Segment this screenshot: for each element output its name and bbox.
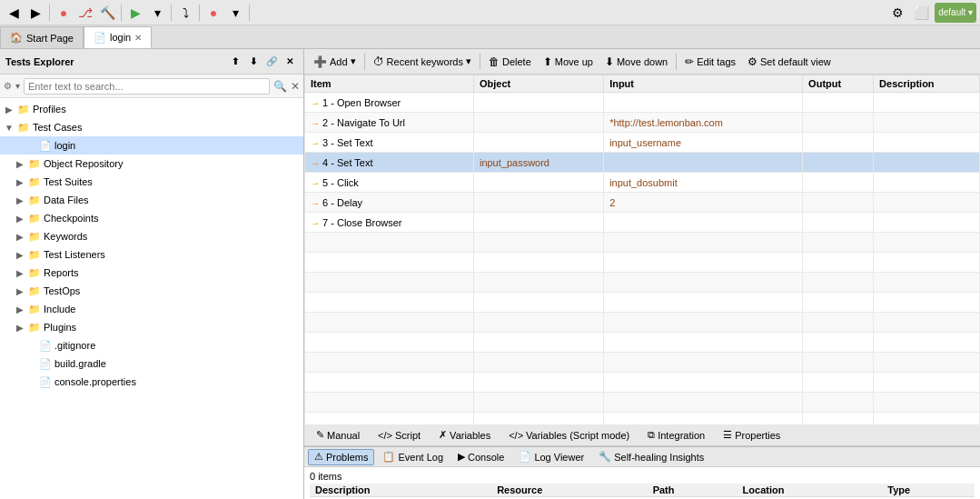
move-up-icon: ⬆ <box>543 55 552 68</box>
delete-label: Delete <box>502 56 531 67</box>
tree-item-data-files[interactable]: ▶ 📁 Data Files <box>0 191 303 209</box>
table-row-empty[interactable] <box>305 353 980 373</box>
toolbar-step[interactable]: ⤵ <box>175 3 195 23</box>
self-healing-tab[interactable]: 🔧 Self-healing Insights <box>592 449 710 465</box>
tab-login[interactable]: 📄 login ✕ <box>84 26 152 48</box>
problems-tab[interactable]: ⚠ Problems <box>308 449 374 465</box>
tree-item-test-listeners[interactable]: ▶ 📁 Test Listeners <box>0 245 303 264</box>
edit-tags-icon: ✏ <box>685 55 694 68</box>
object-repository-label: Object Repository <box>44 158 123 169</box>
toolbar-dropdown-run[interactable]: ▾ <box>147 3 167 23</box>
tree-item-console-properties[interactable]: 📄 console.properties <box>0 373 303 391</box>
tab-login-label: login <box>110 32 131 43</box>
table-row-empty[interactable] <box>305 273 980 293</box>
tree-item-include[interactable]: ▶ 📁 Include <box>0 300 303 318</box>
event-log-tab[interactable]: 📋 Event Log <box>376 449 450 465</box>
collapse-all-btn[interactable]: ⬆ <box>227 54 243 70</box>
toolbar-katalon[interactable]: ● <box>54 3 74 23</box>
edit-tags-button[interactable]: ✏ Edit tags <box>679 52 741 72</box>
table-row-empty[interactable] <box>305 413 980 425</box>
tab-integration[interactable]: ⧉ Integration <box>639 426 713 444</box>
search-input[interactable] <box>24 78 270 95</box>
table-row[interactable]: → 7 - Close Browser <box>305 213 980 233</box>
expand-all-btn[interactable]: ⬇ <box>245 54 262 70</box>
cell-output <box>803 213 874 233</box>
cell-object: input_password <box>473 153 603 173</box>
include-label: Include <box>44 304 75 314</box>
clear-search-icon[interactable]: ✕ <box>291 80 300 93</box>
toolbar-back[interactable]: ◀ <box>4 3 24 23</box>
console-tab[interactable]: ▶ Console <box>451 449 510 465</box>
toolbar-build[interactable]: 🔨 <box>97 3 117 23</box>
toolbar-window[interactable]: ⬜ <box>911 3 931 23</box>
cell-input: *http://test.lemonban.com <box>604 113 803 133</box>
properties-label: Properties <box>735 430 780 441</box>
tab-variables[interactable]: ✗ Variables <box>431 426 499 444</box>
table-row-empty[interactable] <box>305 253 980 273</box>
table-row[interactable]: → 3 - Set Text input_username <box>305 133 980 153</box>
checkpoints-arrow: ▶ <box>15 214 25 224</box>
table-row[interactable]: → 5 - Click input_dosubmit <box>305 173 980 193</box>
action-sep-2 <box>480 54 480 70</box>
tree-item-keywords[interactable]: ▶ 📁 Keywords <box>0 227 303 245</box>
tree-item-test-cases[interactable]: ▼ 📁 Test Cases <box>0 118 303 136</box>
tree-item-build-gradle[interactable]: 📄 build.gradle <box>0 354 303 373</box>
set-default-view-button[interactable]: ⚙ Set default view <box>742 52 836 72</box>
col-description: Description <box>874 75 980 93</box>
table-row-empty[interactable] <box>305 333 980 353</box>
set-default-view-label: Set default view <box>760 56 831 67</box>
tree-item-object-repository[interactable]: ▶ 📁 Object Repository <box>0 155 303 173</box>
tab-script[interactable]: </> Script <box>370 426 429 444</box>
link-btn[interactable]: 🔗 <box>263 54 280 70</box>
table-row[interactable]: → 6 - Delay 2 <box>305 193 980 213</box>
table-row[interactable]: → 2 - Navigate To Url *http://test.lemon… <box>305 113 980 133</box>
table-row[interactable]: → 1 - Open Browser <box>305 93 980 113</box>
move-down-button[interactable]: ⬇ Move down <box>599 52 673 72</box>
tab-variables-script[interactable]: </> Variables (Script mode) <box>500 426 638 444</box>
table-row-empty[interactable] <box>305 373 980 393</box>
add-button[interactable]: ➕ Add ▾ <box>308 52 361 72</box>
self-healing-label: Self-healing Insights <box>614 452 704 463</box>
close-panel-btn[interactable]: ✕ <box>282 54 298 70</box>
testops-arrow: ▶ <box>15 286 25 296</box>
toolbar-run-icon[interactable]: ▶ <box>125 3 145 23</box>
tree-item-plugins[interactable]: ▶ 📁 Plugins <box>0 318 303 336</box>
cell-object <box>473 213 603 233</box>
table-row-empty[interactable] <box>305 293 980 313</box>
move-up-button[interactable]: ⬆ Move up <box>538 52 599 72</box>
cell-output <box>803 193 874 213</box>
cell-input: 2 <box>604 193 803 213</box>
toolbar-dropdown-record[interactable]: ▾ <box>225 3 245 23</box>
tab-manual[interactable]: ✎ Manual <box>308 426 368 444</box>
data-table-container: Item Object Input Output Description → 1… <box>304 75 980 424</box>
toolbar-sep-5 <box>249 5 250 21</box>
tab-login-close[interactable]: ✕ <box>134 33 142 43</box>
tree-item-testops[interactable]: ▶ 📁 TestOps <box>0 282 303 300</box>
tab-properties[interactable]: ☰ Properties <box>715 426 788 444</box>
recent-keywords-button[interactable]: ⏱ Recent keywords ▾ <box>368 52 477 72</box>
search-icon[interactable]: 🔍 <box>273 80 287 93</box>
tree-item-profiles[interactable]: ▶ 📁 Profiles <box>0 100 303 118</box>
toolbar-default[interactable]: default ▾ <box>935 3 976 23</box>
toolbar-settings[interactable]: ⚙ <box>887 3 907 23</box>
tree-item-reports[interactable]: ▶ 📁 Reports <box>0 264 303 282</box>
tree-item-login[interactable]: 📄 login <box>0 136 303 155</box>
toolbar-git[interactable]: ⎇ <box>75 3 95 23</box>
test-suites-label: Test Suites <box>44 176 93 187</box>
table-row-empty[interactable] <box>305 233 980 253</box>
toolbar-record[interactable]: ● <box>203 3 223 23</box>
tree-item-gitignore[interactable]: 📄 .gitignore <box>0 336 303 354</box>
delete-button[interactable]: 🗑 Delete <box>483 52 537 72</box>
log-viewer-tab[interactable]: 📄 Log Viewer <box>512 449 590 465</box>
table-row-empty[interactable] <box>305 313 980 333</box>
tab-start-page[interactable]: 🏠 Start Page <box>0 26 84 48</box>
col-input: Input <box>604 75 803 93</box>
self-healing-icon: 🔧 <box>599 451 611 463</box>
tree-item-test-suites[interactable]: ▶ 📁 Test Suites <box>0 173 303 191</box>
table-row[interactable]: → 4 - Set Text input_password <box>305 153 980 173</box>
tree-item-checkpoints[interactable]: ▶ 📁 Checkpoints <box>0 209 303 227</box>
cell-output <box>803 153 874 173</box>
toolbar-forward[interactable]: ▶ <box>25 3 45 23</box>
cell-output <box>803 93 874 113</box>
table-row-empty[interactable] <box>305 393 980 413</box>
